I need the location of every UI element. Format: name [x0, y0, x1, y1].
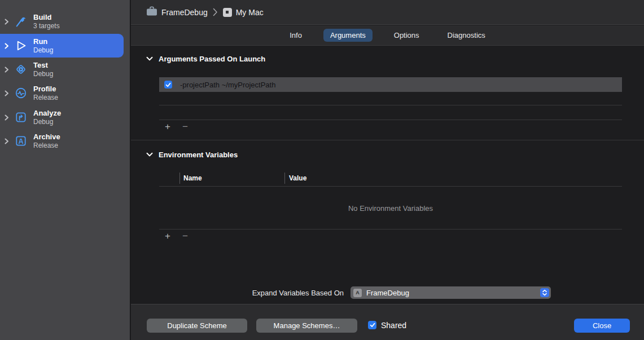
sidebar-item-subtitle: Release: [33, 142, 60, 150]
chevron-right-icon[interactable]: [2, 90, 11, 96]
tab-info[interactable]: Info: [283, 29, 309, 42]
arguments-section-header: Arguments Passed On Launch: [146, 54, 265, 64]
column-separator: [284, 173, 285, 184]
argument-row[interactable]: -projectPath ~/myProjectPath: [159, 77, 622, 92]
add-argument-button[interactable]: +: [165, 122, 170, 131]
column-separator: [179, 173, 180, 184]
chevron-right-icon[interactable]: [2, 138, 11, 144]
arguments-section-title: Arguments Passed On Launch: [159, 55, 265, 63]
sidebar-item-subtitle: Debug: [33, 46, 53, 55]
duplicate-scheme-button[interactable]: Duplicate Scheme: [147, 319, 247, 333]
sidebar-item-run[interactable]: Run Debug: [0, 34, 124, 58]
tab-diagnostics[interactable]: Diagnostics: [441, 29, 492, 42]
chevron-down-icon[interactable]: [146, 54, 153, 64]
add-env-var-button[interactable]: +: [165, 232, 170, 241]
sidebar-item-subtitle: 3 targets: [33, 22, 60, 30]
sidebar-item-label: Analyze: [33, 109, 61, 118]
section-divider: [131, 140, 644, 140]
env-section-title: Environment Variables: [159, 151, 238, 159]
sidebar-item-subtitle: Debug: [33, 70, 53, 78]
divider: [159, 186, 622, 187]
divider: [159, 105, 622, 105]
tab-options[interactable]: Options: [387, 29, 426, 42]
scheme-name: FrameDebug: [161, 8, 208, 17]
my-mac-icon: [223, 8, 232, 17]
manage-schemes-button[interactable]: Manage Schemes…: [256, 319, 357, 333]
scheme-detail-pane: FrameDebug My Mac Info Arguments Options…: [131, 0, 644, 340]
run-play-icon: [11, 38, 30, 54]
sidebar-item-label: Archive: [33, 133, 60, 142]
remove-argument-button[interactable]: −: [182, 122, 188, 131]
app-icon: A: [353, 289, 362, 297]
expand-variables-value: FrameDebug: [366, 289, 409, 297]
env-section-header: Environment Variables: [146, 149, 238, 160]
argument-checkbox[interactable]: [164, 81, 172, 89]
sidebar-item-build[interactable]: Build 3 targets: [0, 10, 130, 33]
analyze-icon: [11, 109, 30, 125]
chevron-right-icon[interactable]: [2, 67, 11, 73]
footer-bar: Duplicate Scheme Manage Schemes… Shared …: [131, 304, 644, 340]
destination-name: My Mac: [236, 8, 264, 17]
popup-stepper-icon: [540, 288, 549, 297]
breadcrumb: FrameDebug My Mac: [131, 0, 644, 25]
sidebar-item-label: Profile: [33, 85, 58, 94]
sidebar-item-label: Test: [33, 61, 53, 70]
sidebar-item-subtitle: Debug: [33, 118, 61, 126]
sidebar-item-archive[interactable]: Archive Release: [0, 129, 130, 153]
chevron-right-icon[interactable]: [2, 43, 11, 49]
tab-arguments[interactable]: Arguments: [323, 29, 373, 42]
expand-variables-label: Expand Variables Based On: [159, 289, 344, 297]
shared-checkbox[interactable]: [368, 321, 376, 329]
env-empty-placeholder: No Environment Variables: [159, 204, 622, 213]
arguments-add-remove: + −: [165, 122, 188, 131]
expand-variables-popup[interactable]: A FrameDebug: [351, 286, 551, 299]
breadcrumb-chevron-icon: [213, 8, 218, 16]
env-column-value: Value: [289, 174, 306, 182]
scheme-icon: [146, 6, 157, 19]
chevron-right-icon[interactable]: [2, 19, 11, 25]
hammer-icon: [11, 14, 30, 29]
remove-env-var-button[interactable]: −: [182, 232, 188, 241]
divider: [159, 229, 622, 229]
sidebar-item-label: Run: [33, 37, 53, 46]
scheme-sidebar: Build 3 targets Run Debug: [0, 0, 130, 340]
sidebar-item-test[interactable]: Test Debug: [0, 58, 130, 81]
close-button[interactable]: Close: [574, 319, 630, 333]
argument-text: -projectPath ~/myProjectPath: [180, 81, 275, 89]
archive-icon: [11, 133, 30, 149]
destination-selector[interactable]: My Mac: [223, 8, 264, 17]
chevron-right-icon[interactable]: [2, 114, 11, 121]
chevron-down-icon[interactable]: [146, 149, 153, 160]
profile-icon: [11, 85, 30, 101]
scheme-editor-sheet: Build 3 targets Run Debug: [0, 0, 644, 340]
test-icon: [11, 61, 30, 77]
shared-label: Shared: [381, 321, 406, 330]
env-column-name: Name: [183, 174, 202, 182]
divider: [159, 120, 622, 120]
sidebar-item-profile[interactable]: Profile Release: [0, 81, 130, 105]
sidebar-item-label: Build: [33, 13, 60, 22]
tab-bar: Info Arguments Options Diagnostics: [131, 25, 644, 46]
sidebar-item-subtitle: Release: [33, 94, 58, 102]
env-add-remove: + −: [165, 232, 188, 241]
sidebar-item-analyze[interactable]: Analyze Debug: [0, 105, 130, 129]
scheme-selector[interactable]: FrameDebug: [146, 6, 208, 19]
